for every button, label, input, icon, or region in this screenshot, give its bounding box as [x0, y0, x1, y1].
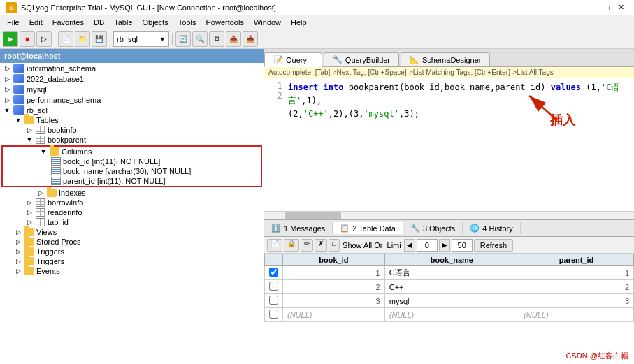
- db-2022-database1[interactable]: ▷ 2022_database1: [0, 73, 264, 84]
- window-maximize[interactable]: □: [600, 3, 614, 12]
- window-minimize[interactable]: ─: [587, 3, 601, 12]
- nav-next[interactable]: ▶: [439, 239, 450, 252]
- menu-powertools[interactable]: Powertools: [202, 17, 248, 27]
- db-icon: [13, 74, 24, 83]
- query-icon: 📝: [273, 55, 283, 64]
- h-scroll-thumb[interactable]: [285, 212, 341, 219]
- result-btn-1[interactable]: 📄: [267, 239, 282, 252]
- menu-window[interactable]: Window: [250, 17, 285, 27]
- tab-schemadesigner[interactable]: 📐 SchemaDesigner: [401, 52, 490, 66]
- toolbar-btn-new[interactable]: 📄: [58, 31, 73, 47]
- h-scrollbar[interactable]: [264, 211, 634, 219]
- result-panel: ℹ️ 1 Messages 📋 2 Table Data 🔧 3 Objects…: [264, 219, 634, 364]
- tab-querybuilder[interactable]: 🔧 QueryBuilder: [324, 52, 399, 66]
- expand-icon: ▷: [14, 228, 22, 236]
- expand-icon: ▷: [3, 85, 11, 94]
- table-label: readerinfo: [48, 208, 82, 217]
- folder-events[interactable]: ▷ Events: [0, 266, 264, 276]
- row-checkbox-1[interactable]: [265, 266, 283, 280]
- td-parent-id-3: 3: [519, 294, 634, 308]
- expand-icon: ▷: [14, 267, 22, 275]
- messages-icon: ℹ️: [271, 224, 281, 233]
- code-line-1: insert into bookparent(book_id,book_name…: [288, 81, 630, 108]
- folder-tables[interactable]: ▼ Tables: [0, 115, 264, 125]
- folder-triggers[interactable]: ▷ Triggers: [0, 256, 264, 266]
- toolbar-btn-import[interactable]: 📥: [243, 31, 258, 47]
- th-parent-id[interactable]: parent_id: [519, 254, 634, 266]
- row-checkbox-2[interactable]: [265, 280, 283, 294]
- td-book-id-3: 3: [283, 294, 385, 308]
- sidebar: root@localhost ▷ information_schema ▷ 20…: [0, 49, 264, 364]
- toolbar-btn-search[interactable]: 🔍: [192, 31, 208, 47]
- folder-label: Triggers: [36, 257, 64, 265]
- result-btn-5[interactable]: □: [329, 239, 340, 252]
- folder-views[interactable]: ▷ Views: [0, 227, 264, 237]
- expand-icon: ▷: [14, 257, 22, 265]
- autocomplete-hint: Autocomplete: [Tab]->Next Tag, [Ctrl+Spa…: [264, 67, 634, 78]
- tab-objects[interactable]: 🔧 3 Objects: [403, 222, 463, 234]
- toolbar-btn-export[interactable]: 📤: [226, 31, 241, 47]
- td-book-name-null: (NULL): [384, 308, 519, 322]
- folder-functions[interactable]: ▷ Triggers: [0, 247, 264, 256]
- tab-label: SchemaDesigner: [422, 56, 481, 64]
- code-line-2: (2,'C++',2),(3,'mysql',3);: [288, 108, 630, 121]
- folder-stored-procs[interactable]: ▷ Stored Procs: [0, 237, 264, 247]
- window-close[interactable]: ✕: [614, 3, 628, 12]
- row-checkbox-null[interactable]: [265, 308, 283, 322]
- col-label: parent_id [int(11), NOT NULL]: [63, 177, 166, 185]
- limit-from-input[interactable]: [417, 239, 438, 252]
- db-information-schema[interactable]: ▷ information_schema: [0, 63, 264, 73]
- tab-pipe: |: [311, 56, 313, 64]
- tab-history[interactable]: 🌐 4 History: [463, 222, 520, 234]
- table-header-row: book_id book_name parent_id: [265, 254, 634, 266]
- expand-icon: ▷: [25, 198, 34, 207]
- table-bookinfo[interactable]: ▷ bookinfo: [0, 125, 264, 135]
- td-book-id-2: 2: [283, 280, 385, 294]
- db-performance-schema[interactable]: ▷ performance_schema: [0, 94, 264, 105]
- tab-query[interactable]: 📝 Query |: [264, 52, 322, 67]
- table-readerinfo[interactable]: ▷ readerinfo: [0, 208, 264, 217]
- watermark: CSDN @红客白帽: [566, 351, 628, 361]
- menu-favorites[interactable]: Favorites: [48, 17, 88, 27]
- toolbar-btn-play[interactable]: ▶: [3, 31, 18, 47]
- tab-label: 4 History: [482, 224, 512, 233]
- db-dropdown[interactable]: rb_sql ▼: [113, 31, 169, 47]
- tab-messages[interactable]: ℹ️ 1 Messages: [264, 222, 333, 234]
- toolbar-btn-step[interactable]: ▷: [36, 31, 52, 47]
- menu-db[interactable]: DB: [89, 17, 108, 27]
- table-bookparent[interactable]: ▼ bookparent: [0, 135, 264, 145]
- toolbar-btn-filter[interactable]: ⚙: [209, 31, 224, 47]
- result-btn-3[interactable]: ✏: [301, 239, 313, 252]
- db-rb-sql[interactable]: ▼ rb_sql: [0, 105, 264, 115]
- th-book-id[interactable]: book_id: [283, 254, 385, 266]
- column-parent-id[interactable]: parent_id [int(11), NOT NULL]: [39, 176, 261, 186]
- toolbar-btn-open[interactable]: 📁: [75, 31, 90, 47]
- limit-to-input[interactable]: [452, 239, 473, 252]
- refresh-button[interactable]: Refresh: [474, 239, 514, 252]
- menu-help[interactable]: Help: [287, 17, 311, 27]
- toolbar-btn-save[interactable]: 💾: [92, 31, 107, 47]
- folder-label: Views: [36, 228, 57, 236]
- code-area[interactable]: insert into bookparent(book_id,book_name…: [288, 81, 630, 208]
- row-checkbox-3[interactable]: [265, 294, 283, 308]
- column-book-id[interactable]: book_id [int(11), NOT NULL]: [39, 156, 261, 166]
- nav-prev[interactable]: ◀: [404, 239, 415, 252]
- result-btn-2[interactable]: 🔒: [284, 239, 299, 252]
- table-borrowinfo[interactable]: ▷ borrowinfo: [0, 198, 264, 208]
- th-book-name[interactable]: book_name: [384, 254, 519, 266]
- menu-tools[interactable]: Tools: [174, 17, 201, 27]
- menu-file[interactable]: File: [3, 17, 24, 27]
- tab-tabledata[interactable]: 📋 2 Table Data: [333, 222, 403, 234]
- folder-indexes[interactable]: ▷ Indexes: [0, 188, 264, 198]
- table-tab-id[interactable]: ▷ tab_id: [0, 217, 264, 227]
- menu-edit[interactable]: Edit: [25, 17, 47, 27]
- menu-table[interactable]: Table: [110, 17, 136, 27]
- result-btn-4[interactable]: ✗: [315, 239, 327, 252]
- toolbar-btn-refresh[interactable]: 🔄: [175, 31, 191, 47]
- menu-objects[interactable]: Objects: [138, 17, 173, 27]
- toolbar-btn-stop[interactable]: ■: [20, 31, 35, 47]
- editor-content[interactable]: 1 2 insert into bookparent(book_id,book_…: [264, 78, 634, 211]
- db-mysql[interactable]: ▷ mysql: [0, 84, 264, 94]
- column-book-name[interactable]: book_name [varchar(30), NOT NULL]: [39, 166, 261, 176]
- folder-columns[interactable]: ▼ Columns: [39, 147, 261, 156]
